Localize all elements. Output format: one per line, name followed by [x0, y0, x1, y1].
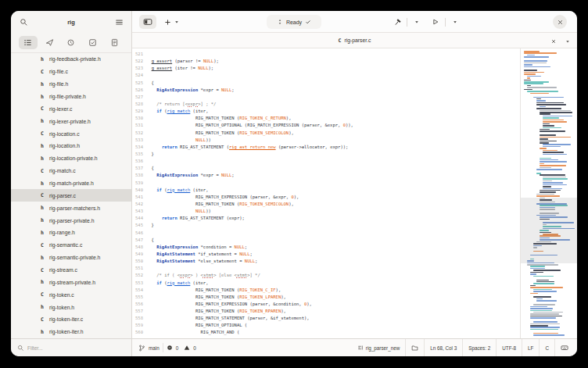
code-line[interactable]: 534 return RIG_AST_STATEMENT (rig_ast_re…	[132, 144, 518, 151]
code-line[interactable]: 547 {	[132, 237, 518, 244]
minimap[interactable]	[520, 48, 577, 338]
code-line[interactable]: 528 /* return [<expr>] ; */	[132, 101, 518, 108]
line-number[interactable]: 531	[132, 122, 143, 129]
line-number[interactable]: 523	[132, 65, 143, 72]
code-line[interactable]: 535 }	[132, 151, 518, 158]
code-line[interactable]: 557 RIG_MATCH_TOKEN (RIG_TOKEN_RPAREN),	[132, 308, 518, 315]
line-number[interactable]: 536	[132, 158, 143, 165]
tab-list-button[interactable]	[562, 36, 572, 46]
line-number[interactable]: 533	[132, 137, 143, 144]
file-item[interactable]: hrig-stream-private.h	[11, 276, 131, 288]
line-ending-button[interactable]: LF	[522, 339, 539, 356]
file-item[interactable]: Crig-match.c	[11, 165, 131, 177]
code-line[interactable]: 546	[132, 230, 518, 237]
branch-name[interactable]: main	[149, 345, 160, 351]
menu-button[interactable]	[112, 15, 126, 29]
code-line[interactable]: 533 NULL))	[132, 137, 518, 144]
code-line[interactable]: 553 if (rig_match (iter,	[132, 280, 518, 287]
code-line[interactable]: 526 RigAstExpression *expr = NULL;	[132, 87, 518, 94]
line-number[interactable]: 552	[132, 272, 143, 279]
filter-input[interactable]	[27, 345, 113, 351]
tab-todo[interactable]	[84, 36, 102, 49]
run-menu-button[interactable]	[448, 15, 462, 29]
file-item[interactable]: hrig-file-private.h	[11, 91, 131, 103]
line-number[interactable]: 521	[132, 51, 143, 58]
line-number[interactable]: 530	[132, 115, 143, 122]
file-item[interactable]: Crig-stream.c	[11, 264, 131, 277]
line-number[interactable]: 540	[132, 187, 143, 194]
line-number[interactable]: 545	[132, 222, 143, 229]
line-number[interactable]: 534	[132, 144, 143, 151]
line-number[interactable]: 535	[132, 151, 143, 158]
code-line[interactable]: 527	[132, 94, 518, 101]
line-number[interactable]: 549	[132, 251, 143, 258]
new-document-split-button[interactable]	[163, 15, 180, 29]
code-line[interactable]: 525 {	[132, 80, 518, 87]
line-number[interactable]: 555	[132, 294, 143, 301]
tab-close-button[interactable]	[548, 36, 558, 46]
code-line[interactable]: 539	[132, 180, 518, 187]
file-item[interactable]: hrig-token-iter.h	[11, 326, 131, 338]
file-item[interactable]: hrig-file.h	[11, 78, 131, 91]
tab-documentation[interactable]	[105, 36, 124, 49]
line-number[interactable]: 541	[132, 194, 143, 201]
file-item[interactable]: hrig-parser-matchers.h	[11, 202, 131, 214]
line-number[interactable]: 542	[132, 201, 143, 208]
file-item[interactable]: Crig-semantic.c	[11, 239, 131, 252]
search-button[interactable]	[16, 15, 30, 29]
cursor-position-button[interactable]: Ln 68, Col 3	[425, 339, 462, 356]
code-line[interactable]: 536	[132, 158, 518, 165]
line-number[interactable]: 551	[132, 265, 143, 272]
line-number[interactable]: 557	[132, 308, 143, 315]
file-item[interactable]: hrig-parser-private.h	[11, 214, 131, 227]
build-menu-button[interactable]	[410, 15, 424, 29]
build-button[interactable]	[390, 15, 404, 29]
code-line[interactable]: 530 RIG_MATCH_TOKEN (RIG_TOKEN_C_RETURN)…	[132, 115, 518, 122]
code-line[interactable]: 524	[132, 72, 518, 79]
minimap-viewport[interactable]	[521, 198, 577, 263]
indentation-button[interactable]: Spaces: 2	[463, 339, 496, 356]
file-item[interactable]: Crig-token.c	[11, 288, 131, 301]
file-item[interactable]: Crig-location.c	[11, 127, 131, 140]
code-line[interactable]: 548 RigAstExpression *condition = NULL;	[132, 244, 518, 251]
file-item[interactable]: hrig-token.h	[11, 301, 131, 313]
code-line[interactable]: 545 }	[132, 222, 518, 229]
file-item[interactable]: Crig-token-iter.c	[11, 313, 131, 326]
code-line[interactable]: 532 RIG_MATCH_TOKEN (RIG_TOKEN_SEMICOLON…	[132, 130, 518, 137]
code-line[interactable]: 559 RIG_MATCH_OPTIONAL (	[132, 322, 518, 329]
code-line[interactable]: 550 RigAstStatement *else_statement = NU…	[132, 258, 518, 265]
code-line[interactable]: 558 RIG_MATCH_STATEMENT (parser, &if_sta…	[132, 315, 518, 322]
code-line[interactable]: 523 g_assert (iter != NULL);	[132, 65, 518, 72]
code-line[interactable]: 552 /* if ( <expr> ) <stmt> [else <stmt>…	[132, 272, 518, 279]
file-item[interactable]: hrig-location-private.h	[11, 152, 131, 165]
window-close-button[interactable]	[553, 15, 567, 29]
code-editor[interactable]: 521522 g_assert (parser != NULL);523 g_a…	[132, 48, 577, 338]
file-item[interactable]: hrig-range.h	[11, 227, 131, 239]
tab-project-tree[interactable]	[19, 36, 38, 49]
omnibar-button[interactable]: Ready	[267, 15, 321, 29]
line-number[interactable]: 560	[132, 329, 143, 336]
line-number[interactable]: 524	[132, 72, 143, 79]
line-number[interactable]: 526	[132, 87, 143, 94]
line-number[interactable]: 553	[132, 280, 143, 287]
code-line[interactable]: 531 RIG_MATCH_OPTIONAL (RIG_MATCH_EXPRES…	[132, 122, 518, 129]
line-number[interactable]: 537	[132, 165, 143, 172]
line-number[interactable]: 525	[132, 80, 143, 87]
line-number[interactable]: 558	[132, 315, 143, 322]
code-line[interactable]: 542 RIG_MATCH_TOKEN (RIG_TOKEN_SEMICOLON…	[132, 201, 518, 208]
code-line[interactable]: 529 if (rig_match (iter,	[132, 108, 518, 115]
panel-toggle-button[interactable]	[139, 15, 156, 29]
line-number[interactable]: 544	[132, 215, 143, 222]
run-button[interactable]	[428, 15, 443, 29]
encoding-button[interactable]: UTF-8	[497, 339, 522, 356]
keyboard-button[interactable]	[555, 339, 574, 356]
code-line[interactable]: 537 {	[132, 165, 518, 172]
file-item[interactable]: Crig-parser.c	[11, 189, 131, 202]
line-number[interactable]: 556	[132, 301, 143, 308]
code-line[interactable]: 554 RIG_MATCH_TOKEN (RIG_TOKEN_C_IF),	[132, 287, 518, 294]
tab-title[interactable]: rig-parser.c	[344, 38, 371, 43]
line-number[interactable]: 539	[132, 180, 143, 187]
line-number[interactable]: 543	[132, 208, 143, 215]
line-number[interactable]: 522	[132, 58, 143, 65]
code-line[interactable]: 540 if (rig_match (iter,	[132, 187, 518, 194]
